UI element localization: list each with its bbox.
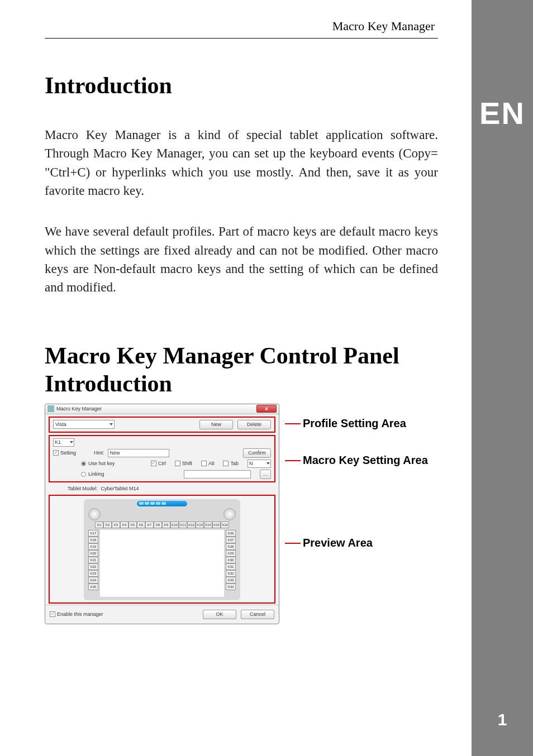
enable-manager-checkbox[interactable]: ✓ Enable this manager [50,611,103,617]
new-profile-label: New [211,422,221,427]
intro-paragraph-2: We have several default profiles. Part o… [45,222,438,296]
macro-key-k3[interactable]: K3 [112,521,120,528]
macro-key-k23[interactable]: K23 [88,570,98,577]
macro-key-k34[interactable]: K34 [226,583,236,590]
left-side-keys: K17K18K19K20K21K22K23K24K25 [88,530,98,597]
macro-key-k29[interactable]: K29 [226,550,236,557]
annotation-profile-text: Profile Setting Area [303,417,406,429]
hint-value: New [110,450,120,456]
macro-key-k30[interactable]: K30 [226,557,236,563]
macro-key-k11[interactable]: K11 [179,521,187,528]
ok-button[interactable]: OK [203,610,236,619]
macro-key-k33[interactable]: K33 [226,577,236,583]
macro-key-k5[interactable]: K5 [129,521,137,528]
macro-key-k8[interactable]: K8 [154,521,162,528]
macro-key-k13[interactable]: K13 [196,521,204,528]
annotation-preview: Preview Area [285,537,373,549]
macro-key-setting-area: K1 ✓ Setting Hint: New [49,435,275,482]
tab-checkbox[interactable]: Tab [223,461,239,466]
hint-input[interactable]: New [108,449,169,457]
annotations-column: Profile Setting Area Macro Key Setting A… [285,404,438,624]
macro-key-k27[interactable]: K27 [226,537,236,543]
hint-label: Hint: [94,450,104,456]
dialog-footer: ✓ Enable this manager OK Cancel [45,605,279,624]
macro-key-select-value: K1 [55,439,61,445]
macro-key-k31[interactable]: K31 [226,563,236,570]
hotkey-key-value: N [249,461,253,466]
annotation-profile: Profile Setting Area [285,417,406,430]
tablet-preview: K1K2K3K4K5K6K7K8K9K10K11K12K13K14K15K16 … [84,499,240,600]
hotkey-key-select[interactable]: N [248,460,271,468]
close-button[interactable]: × [256,405,277,413]
intro-paragraph-1: Macro Key Manager is a kind of special t… [45,126,438,200]
macro-key-k17[interactable]: K17 [88,530,98,537]
linking-input[interactable] [184,470,251,479]
ctrl-checkbox[interactable]: ✓ Ctrl [151,461,166,466]
tablet-model-label: Tablet Model: [68,486,98,491]
macro-key-k7[interactable]: K7 [145,521,154,528]
annotation-macro: Macro Key Setting Area [285,454,428,467]
macro-key-k25[interactable]: K25 [88,583,98,590]
confirm-button[interactable]: Confirm [243,448,271,458]
cancel-label: Cancel [250,611,265,617]
new-profile-button[interactable]: New [199,420,233,429]
checkbox-icon [201,461,207,466]
annotation-preview-text: Preview Area [303,537,373,549]
app-icon [47,405,54,412]
setting-label: Setting [60,450,76,456]
setting-checkbox[interactable]: ✓ Setting [53,450,76,456]
macro-key-k1[interactable]: K1 [95,521,103,528]
tablet-model-row: Tablet Model: CyberTablet M14 [68,486,273,491]
macro-key-k20[interactable]: K20 [88,550,98,557]
right-knob-icon [223,508,236,520]
page-number: 1 [498,710,507,729]
profile-select[interactable]: Vista [53,420,115,429]
macro-key-k14[interactable]: K14 [204,521,212,528]
macro-key-k9[interactable]: K9 [162,521,170,528]
heading-introduction: Introduction [45,72,438,99]
macro-key-k24[interactable]: K24 [88,577,98,583]
macro-key-k6[interactable]: K6 [137,521,145,528]
macro-key-k18[interactable]: K18 [88,537,98,543]
close-icon: × [265,406,268,412]
macro-key-k15[interactable]: K15 [212,521,221,528]
delete-profile-label: Delete [247,422,261,427]
window-title: Macro Key Manager [56,406,256,412]
use-hot-key-radio[interactable]: Use hot key [81,461,115,466]
running-header: Macro Key Manager [45,17,438,37]
tablet-model-value: CyberTablet M14 [101,486,139,491]
macro-key-k12[interactable]: K12 [187,521,196,528]
checkbox-icon: ✓ [53,450,59,456]
macro-key-k10[interactable]: K10 [170,521,179,528]
heading-control-panel: Macro Key Manager Control Panel Introduc… [45,342,438,398]
macro-key-k2[interactable]: K2 [103,521,112,528]
browse-button[interactable]: … [260,470,271,479]
linking-radio[interactable]: Linking [81,471,104,477]
macro-key-k28[interactable]: K28 [226,543,236,550]
shift-label: Shift [182,461,192,466]
cancel-button[interactable]: Cancel [241,610,274,619]
header-rule [45,38,438,39]
delete-profile-button[interactable]: Delete [237,420,271,429]
shift-checkbox[interactable]: Shift [175,461,192,466]
macro-key-select[interactable]: K1 [53,438,74,447]
radio-icon [81,461,86,466]
linking-label: Linking [88,471,104,477]
tablet-top-bar [137,501,187,506]
macro-key-k4[interactable]: K4 [120,521,129,528]
profile-setting-area: Vista New Delete [49,417,275,433]
macro-key-k32[interactable]: K32 [226,570,236,577]
confirm-label: Confirm [248,450,266,456]
macro-key-k19[interactable]: K19 [88,543,98,550]
macro-key-k26[interactable]: K26 [226,530,236,537]
alt-checkbox[interactable]: Alt [201,461,215,466]
enable-manager-label: Enable this manager [57,611,103,617]
macro-key-k16[interactable]: K16 [221,521,229,528]
preview-area: K1K2K3K4K5K6K7K8K9K10K11K12K13K14K15K16 … [49,495,275,604]
titlebar: Macro Key Manager × [45,404,279,414]
ctrl-label: Ctrl [158,461,166,466]
annotation-macro-text: Macro Key Setting Area [303,454,428,466]
macro-key-k22[interactable]: K22 [88,563,98,570]
top-key-row: K1K2K3K4K5K6K7K8K9K10K11K12K13K14K15K16 [88,521,236,528]
macro-key-k21[interactable]: K21 [88,557,98,563]
